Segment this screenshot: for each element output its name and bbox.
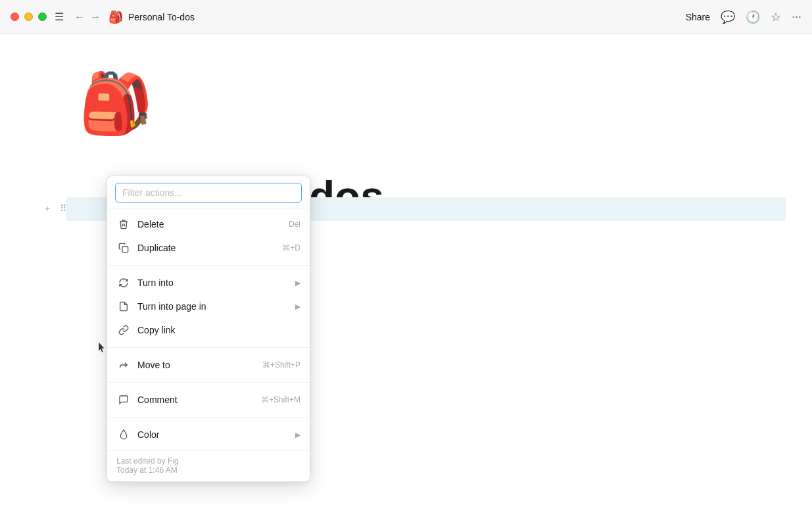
comment-label: Comment [137,395,261,405]
sidebar-toggle-icon[interactable]: ☰ [55,11,64,23]
forward-arrow-icon[interactable]: → [90,11,101,23]
drag-handle-icon[interactable]: ⠿ [57,202,70,215]
row-controls: + ⠿ [41,202,70,215]
back-arrow-icon[interactable]: ← [74,11,85,23]
favorite-icon[interactable]: ☆ [771,10,781,24]
context-menu: Delete Del Duplicate ⌘+D [107,176,310,482]
last-edited-line2: Today at 1:46 AM [116,466,300,475]
link-icon [116,323,131,337]
share-button[interactable]: Share [686,12,710,22]
page-emoji-small: 🎒 [108,10,123,24]
turn-into-page-label: Turn into page in [137,301,295,312]
menu-item-move-to[interactable]: Move to ⌘+Shift+P [107,353,310,377]
filter-actions-input[interactable] [115,183,302,203]
duplicate-label: Duplicate [137,243,282,253]
menu-item-turn-into[interactable]: Turn into ▶ [107,271,310,295]
divider-1 [107,265,310,266]
duplicate-icon [116,241,131,255]
color-label: Color [137,429,295,440]
comment-menu-icon [116,393,131,407]
divider-3 [107,382,310,383]
move-to-icon [116,358,131,372]
traffic-lights [11,12,47,21]
history-icon[interactable]: 🕐 [746,10,760,24]
titlebar-right: Share 💬 🕐 ☆ ··· [686,10,801,24]
menu-footer: Last edited by Fig Today at 1:46 AM [107,450,310,481]
search-box-wrapper [107,176,310,208]
delete-label: Delete [137,219,289,229]
close-button[interactable] [11,12,19,21]
turn-into-label: Turn into [137,277,295,288]
comment-shortcut: ⌘+Shift+M [261,395,300,404]
menu-section-5: Color ▶ [107,419,310,450]
trash-icon [116,217,131,231]
titlebar: ☰ ← → 🎒 Personal To-dos Share 💬 🕐 ☆ ··· [0,0,812,34]
nav-arrows: ← → [74,11,101,23]
duplicate-shortcut: ⌘+D [282,243,300,252]
turn-into-page-arrow-icon: ▶ [295,302,300,311]
main-content: 🎒 dos + ⠿ [0,34,812,505]
page-cover-emoji: 🎒 [79,74,153,133]
backpack-icon: 🎒 [79,70,153,136]
comment-icon[interactable]: 💬 [721,10,735,24]
menu-item-copy-link[interactable]: Copy link [107,318,310,342]
maximize-button[interactable] [38,12,47,21]
menu-item-turn-into-page[interactable]: Turn into page in ▶ [107,295,310,318]
minimize-button[interactable] [24,12,33,21]
page-title-area: 🎒 Personal To-dos [108,10,195,24]
menu-section-4: Comment ⌘+Shift+M [107,384,310,416]
menu-section-1: Delete Del Duplicate ⌘+D [107,208,310,264]
menu-item-duplicate[interactable]: Duplicate ⌘+D [107,236,310,260]
delete-shortcut: Del [289,220,300,229]
turn-into-arrow-icon: ▶ [295,279,300,287]
menu-item-color[interactable]: Color ▶ [107,423,310,446]
move-to-label: Move to [137,360,262,370]
menu-section-2: Turn into ▶ Turn into page in ▶ [107,267,310,346]
page-title: Personal To-dos [128,12,195,22]
turn-into-icon [116,276,131,290]
svg-rect-0 [122,247,128,252]
add-block-button[interactable]: + [41,202,54,215]
mouse-cursor [99,342,107,354]
color-icon [116,427,131,442]
color-arrow-icon: ▶ [295,431,300,439]
copy-link-label: Copy link [137,325,300,335]
page-icon [116,299,131,314]
more-options-icon[interactable]: ··· [792,10,801,24]
menu-section-3: Move to ⌘+Shift+P [107,349,310,381]
divider-2 [107,347,310,348]
move-to-shortcut: ⌘+Shift+P [262,360,300,370]
last-edited-line1: Last edited by Fig [116,456,300,466]
divider-4 [107,417,310,418]
menu-item-comment[interactable]: Comment ⌘+Shift+M [107,388,310,412]
menu-item-delete[interactable]: Delete Del [107,212,310,236]
